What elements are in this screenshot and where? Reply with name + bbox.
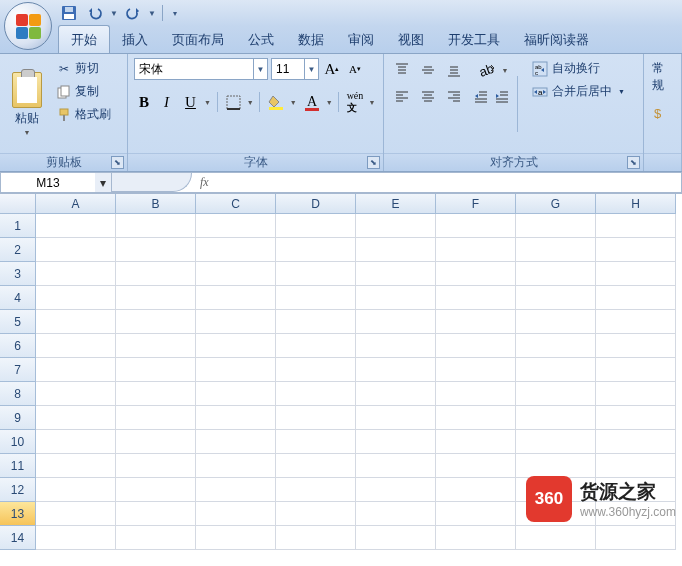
cell[interactable] xyxy=(356,286,436,310)
cell[interactable] xyxy=(276,286,356,310)
underline-dropdown[interactable]: ▼ xyxy=(203,90,213,114)
phonetic-button[interactable]: wén文 xyxy=(343,90,367,114)
cell[interactable] xyxy=(196,430,276,454)
cell[interactable] xyxy=(36,406,116,430)
cell[interactable] xyxy=(276,454,356,478)
col-header[interactable]: A xyxy=(36,194,116,214)
shrink-font-button[interactable]: A▾ xyxy=(345,58,365,80)
cell[interactable] xyxy=(116,214,196,238)
cell[interactable] xyxy=(596,214,676,238)
paste-button[interactable]: 粘贴 ▼ xyxy=(6,58,48,149)
cell[interactable] xyxy=(116,238,196,262)
row-header[interactable]: 1 xyxy=(0,214,36,238)
cell[interactable] xyxy=(516,334,596,358)
fill-dropdown[interactable]: ▼ xyxy=(288,90,298,114)
align-right-button[interactable] xyxy=(442,84,466,108)
font-name-combo[interactable]: 宋体▼ xyxy=(134,58,268,80)
cell[interactable] xyxy=(436,358,516,382)
col-header[interactable]: D xyxy=(276,194,356,214)
cell[interactable] xyxy=(196,358,276,382)
cell[interactable] xyxy=(516,454,596,478)
cell[interactable] xyxy=(116,334,196,358)
decrease-indent-button[interactable] xyxy=(472,88,490,106)
fill-color-button[interactable] xyxy=(264,90,288,114)
cell[interactable] xyxy=(356,214,436,238)
cell[interactable] xyxy=(356,334,436,358)
cell[interactable] xyxy=(436,334,516,358)
copy-button[interactable]: 复制 xyxy=(52,81,115,102)
cell[interactable] xyxy=(356,406,436,430)
cell[interactable] xyxy=(436,526,516,550)
save-button[interactable] xyxy=(58,2,80,24)
cell[interactable] xyxy=(116,430,196,454)
cell[interactable] xyxy=(276,358,356,382)
cell[interactable] xyxy=(516,526,596,550)
row-header[interactable]: 3 xyxy=(0,262,36,286)
italic-button[interactable]: I xyxy=(156,90,176,114)
cell[interactable] xyxy=(116,526,196,550)
cell[interactable] xyxy=(196,478,276,502)
grow-font-button[interactable]: A▴ xyxy=(322,58,342,80)
cell[interactable] xyxy=(436,454,516,478)
tab-insert[interactable]: 插入 xyxy=(110,26,160,53)
cell[interactable] xyxy=(516,430,596,454)
col-header[interactable]: E xyxy=(356,194,436,214)
cell[interactable] xyxy=(436,430,516,454)
font-size-combo[interactable]: 11▼ xyxy=(271,58,319,80)
col-header[interactable]: B xyxy=(116,194,196,214)
row-header[interactable]: 12 xyxy=(0,478,36,502)
col-header[interactable]: F xyxy=(436,194,516,214)
align-left-button[interactable] xyxy=(390,84,414,108)
tab-data[interactable]: 数据 xyxy=(286,26,336,53)
cell[interactable] xyxy=(36,526,116,550)
formula-input-area[interactable]: fx xyxy=(112,172,682,193)
cell[interactable] xyxy=(516,214,596,238)
cell[interactable] xyxy=(356,502,436,526)
bold-button[interactable]: B xyxy=(134,90,154,114)
col-header[interactable]: C xyxy=(196,194,276,214)
cell[interactable] xyxy=(36,502,116,526)
cell[interactable] xyxy=(596,454,676,478)
cell[interactable] xyxy=(196,262,276,286)
font-launcher[interactable]: ⬊ xyxy=(367,156,380,169)
name-box[interactable]: M13 ▾ xyxy=(0,172,112,193)
cell[interactable] xyxy=(36,334,116,358)
cell[interactable] xyxy=(596,334,676,358)
align-bottom-button[interactable] xyxy=(442,58,466,82)
cell[interactable] xyxy=(196,406,276,430)
cell[interactable] xyxy=(516,262,596,286)
cell[interactable] xyxy=(116,406,196,430)
cell[interactable] xyxy=(116,382,196,406)
cell[interactable] xyxy=(436,238,516,262)
fx-icon[interactable]: fx xyxy=(200,175,209,190)
clipboard-launcher[interactable]: ⬊ xyxy=(111,156,124,169)
cell[interactable] xyxy=(516,382,596,406)
cell[interactable] xyxy=(116,286,196,310)
cell[interactable] xyxy=(276,430,356,454)
cell[interactable] xyxy=(36,478,116,502)
row-header[interactable]: 11 xyxy=(0,454,36,478)
col-header[interactable]: G xyxy=(516,194,596,214)
cell[interactable] xyxy=(356,430,436,454)
merge-center-button[interactable]: a合并后居中▼ xyxy=(528,81,629,102)
cell[interactable] xyxy=(596,238,676,262)
cell[interactable] xyxy=(436,382,516,406)
row-header[interactable]: 2 xyxy=(0,238,36,262)
cell[interactable] xyxy=(436,310,516,334)
row-header[interactable]: 7 xyxy=(0,358,36,382)
cell[interactable] xyxy=(516,406,596,430)
cell[interactable] xyxy=(596,262,676,286)
row-header[interactable]: 4 xyxy=(0,286,36,310)
undo-button[interactable] xyxy=(84,2,106,24)
row-header[interactable]: 5 xyxy=(0,310,36,334)
cell[interactable] xyxy=(436,406,516,430)
orientation-dropdown[interactable]: ▼ xyxy=(500,58,510,82)
tab-home[interactable]: 开始 xyxy=(58,25,110,53)
cell[interactable] xyxy=(436,502,516,526)
redo-button[interactable] xyxy=(122,2,144,24)
cell[interactable] xyxy=(276,262,356,286)
cell[interactable] xyxy=(596,310,676,334)
font-color-dropdown[interactable]: ▼ xyxy=(324,90,334,114)
cell[interactable] xyxy=(196,214,276,238)
font-color-button[interactable]: A xyxy=(300,90,324,114)
